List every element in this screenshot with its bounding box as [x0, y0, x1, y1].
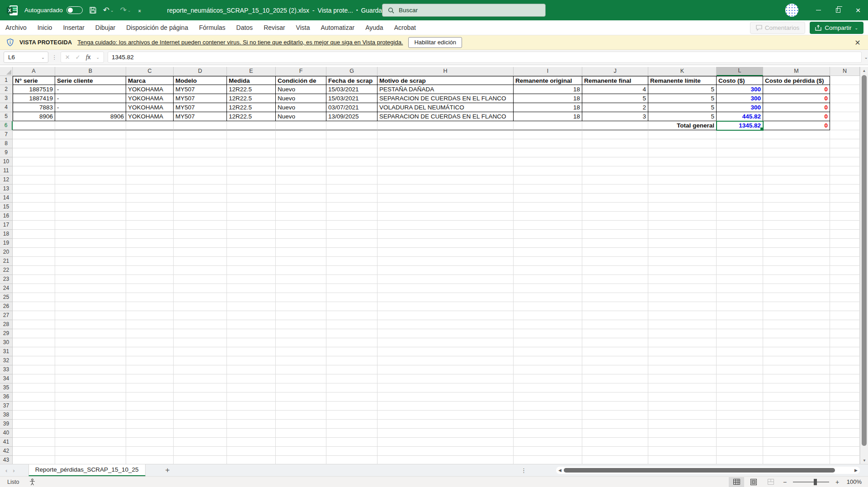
cell-H3[interactable]: SEPARACION DE CUERDAS EN EL FLANCO — [377, 94, 514, 103]
cell-A38[interactable] — [13, 411, 55, 420]
cell-F4[interactable]: Nuevo — [276, 103, 326, 112]
cell-B29[interactable] — [55, 329, 126, 338]
cell-G20[interactable] — [326, 248, 377, 257]
cell-I4[interactable]: 18 — [514, 103, 582, 112]
cell-C43[interactable] — [126, 456, 174, 464]
cell-M2[interactable]: 0 — [763, 85, 830, 94]
cell-A33[interactable] — [13, 365, 55, 374]
cell-A7[interactable] — [13, 130, 55, 139]
cell-D34[interactable] — [174, 374, 227, 383]
cell-K24[interactable] — [648, 284, 717, 293]
cell-F25[interactable] — [276, 293, 326, 302]
cell-K6[interactable]: Total general — [648, 121, 717, 130]
menu-item-7[interactable]: Revisar — [258, 20, 290, 35]
cell-J13[interactable] — [582, 184, 648, 194]
cell-B30[interactable] — [55, 338, 126, 347]
cell-J27[interactable] — [582, 311, 648, 320]
cell-G40[interactable] — [326, 429, 377, 438]
cell-J7[interactable] — [582, 130, 648, 139]
cell-I1[interactable]: Remanente original — [514, 76, 582, 85]
cell-G13[interactable] — [326, 184, 377, 194]
cell-L12[interactable] — [717, 175, 763, 184]
cell-G2[interactable]: 15/03/2021 — [326, 85, 377, 94]
cell-C7[interactable] — [126, 130, 174, 139]
row-header-31[interactable]: 31 — [0, 347, 13, 356]
cell-B21[interactable] — [55, 257, 126, 266]
cell-A4[interactable]: 7883 — [13, 103, 55, 112]
cell-D27[interactable] — [174, 311, 227, 320]
cell-K39[interactable] — [648, 420, 717, 429]
cell-H15[interactable] — [377, 203, 514, 212]
cell-B10[interactable] — [55, 157, 126, 166]
cell-K20[interactable] — [648, 248, 717, 257]
cell-N7[interactable] — [830, 130, 860, 139]
cell-D13[interactable] — [174, 184, 227, 194]
cell-A25[interactable] — [13, 293, 55, 302]
cell-E36[interactable] — [227, 392, 276, 402]
cell-L31[interactable] — [717, 347, 763, 356]
cell-J43[interactable] — [582, 456, 648, 464]
cell-F13[interactable] — [276, 184, 326, 194]
cell-E15[interactable] — [227, 203, 276, 212]
cell-N30[interactable] — [830, 338, 860, 347]
cell-D1[interactable]: Modelo — [174, 76, 227, 85]
cell-I29[interactable] — [514, 329, 582, 338]
cell-D23[interactable] — [174, 275, 227, 284]
cell-G38[interactable] — [326, 411, 377, 420]
cell-F43[interactable] — [276, 456, 326, 464]
row-header-29[interactable]: 29 — [0, 329, 13, 338]
cell-L22[interactable] — [717, 266, 763, 275]
row-header-3[interactable]: 3 — [0, 94, 13, 103]
cell-B25[interactable] — [55, 293, 126, 302]
next-sheet-icon[interactable]: › — [13, 467, 20, 474]
cell-J6[interactable] — [582, 121, 648, 130]
cell-I18[interactable] — [514, 230, 582, 239]
cell-D36[interactable] — [174, 392, 227, 402]
zoom-level[interactable]: 100% — [844, 478, 864, 485]
cell-L18[interactable] — [717, 230, 763, 239]
cell-H35[interactable] — [377, 383, 514, 392]
cell-I28[interactable] — [514, 320, 582, 329]
cell-H14[interactable] — [377, 194, 514, 203]
cell-I7[interactable] — [514, 130, 582, 139]
cell-B14[interactable] — [55, 194, 126, 203]
cell-L14[interactable] — [717, 194, 763, 203]
customize-quick-access-icon[interactable]: ⌅ — [137, 7, 142, 14]
cell-H22[interactable] — [377, 266, 514, 275]
cell-L7[interactable] — [717, 130, 763, 139]
row-header-2[interactable]: 2 — [0, 85, 13, 94]
cell-N39[interactable] — [830, 420, 860, 429]
cell-G11[interactable] — [326, 166, 377, 175]
cell-M7[interactable] — [763, 130, 830, 139]
cell-E16[interactable] — [227, 212, 276, 221]
cell-F1[interactable]: Condición de — [276, 76, 326, 85]
cell-F5[interactable]: Nuevo — [276, 112, 326, 121]
cell-G9[interactable] — [326, 148, 377, 157]
cell-A27[interactable] — [13, 311, 55, 320]
cell-B23[interactable] — [55, 275, 126, 284]
cell-N38[interactable] — [830, 411, 860, 420]
cell-M36[interactable] — [763, 392, 830, 402]
zoom-slider[interactable] — [793, 482, 829, 482]
column-header-K[interactable]: K — [648, 67, 717, 76]
scroll-left-icon[interactable]: ◀ — [556, 468, 564, 473]
cell-L10[interactable] — [717, 157, 763, 166]
cell-L27[interactable] — [717, 311, 763, 320]
cell-E33[interactable] — [227, 365, 276, 374]
cell-M20[interactable] — [763, 248, 830, 257]
cell-N11[interactable] — [830, 166, 860, 175]
cell-L3[interactable]: 300 — [717, 94, 763, 103]
cell-E5[interactable]: 12R22.5 — [227, 112, 276, 121]
cell-F9[interactable] — [276, 148, 326, 157]
cell-N42[interactable] — [830, 447, 860, 456]
cell-E30[interactable] — [227, 338, 276, 347]
cell-H24[interactable] — [377, 284, 514, 293]
cell-H23[interactable] — [377, 275, 514, 284]
cell-A24[interactable] — [13, 284, 55, 293]
cell-I35[interactable] — [514, 383, 582, 392]
cell-E31[interactable] — [227, 347, 276, 356]
row-header-7[interactable]: 7 — [0, 130, 13, 139]
cell-K36[interactable] — [648, 392, 717, 402]
column-header-A[interactable]: A — [13, 67, 55, 76]
cell-I13[interactable] — [514, 184, 582, 194]
